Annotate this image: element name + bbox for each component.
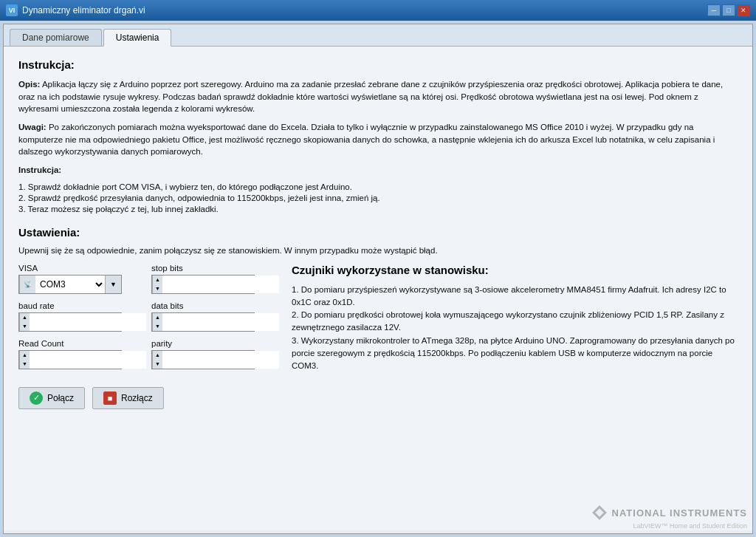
data-bits-btns: ▲ ▼ xyxy=(152,313,162,331)
disconnect-label: Rozłącz xyxy=(121,393,153,403)
row-baudrate-databits: baud rate ▲ ▼ 115200 data bits xyxy=(18,301,269,339)
title-bar: VI Dynamiczny eliminator drgań.vi ─ □ ✕ xyxy=(0,0,756,21)
read-count-input[interactable]: 1000 xyxy=(30,351,146,369)
baud-rate-input[interactable]: 115200 xyxy=(30,313,146,331)
row-visa-stopbits: VISA 📡 COM3 COM1 COM2 COM4 COM5 ▼ xyxy=(18,264,269,301)
content-area: Instrukcja: Opis: Aplikacja łączy się z … xyxy=(4,47,752,530)
visa-select-field[interactable]: 📡 COM3 COM1 COM2 COM4 COM5 ▼ xyxy=(18,275,122,294)
settings-layout: VISA 📡 COM3 COM1 COM2 COM4 COM5 ▼ xyxy=(18,264,738,409)
visa-dropdown-icon[interactable]: ▼ xyxy=(105,276,121,293)
ni-logo-icon xyxy=(591,504,608,521)
instrukcja-sub-label: Instrukcja: xyxy=(18,164,738,177)
opis-paragraph: Opis: Aplikacja łączy się z Arduino popr… xyxy=(18,78,738,115)
opis-text: Aplikacja łączy się z Arduino poprzez po… xyxy=(18,80,723,113)
instrukcja-label: Instrukcja: xyxy=(18,165,61,174)
parity-group: parity ▲ ▼ None xyxy=(151,339,269,369)
ni-brand: NATIONAL INSTRUMENTS xyxy=(612,507,747,519)
window-controls: ─ □ ✕ xyxy=(707,4,750,16)
tab-dane-pomiarowe[interactable]: Dane pomiarowe xyxy=(10,29,102,46)
sensors-panel: Czujniki wykorzystane w stanowisku: 1. D… xyxy=(292,264,738,409)
settings-controls: VISA 📡 COM3 COM1 COM2 COM4 COM5 ▼ xyxy=(18,264,269,409)
disconnect-button[interactable]: ■ Rozłącz xyxy=(92,387,164,409)
baud-rate-down[interactable]: ▼ xyxy=(20,322,30,331)
uwagi-label: Uwagi: xyxy=(18,123,47,131)
ni-edition: LabVIEW™ Home and Student Edition xyxy=(591,522,747,530)
stop-bits-down[interactable]: ▼ xyxy=(153,284,162,293)
ni-footer: NATIONAL INSTRUMENTS LabVIEW™ Home and S… xyxy=(591,504,747,530)
data-bits-up[interactable]: ▲ xyxy=(153,313,162,322)
baud-rate-label: baud rate xyxy=(18,301,137,310)
connect-label: Połącz xyxy=(47,393,74,403)
parity-input[interactable]: None xyxy=(162,351,279,369)
tab-ustawienia[interactable]: Ustawienia xyxy=(103,29,172,47)
disconnect-icon: ■ xyxy=(103,391,117,405)
step-3: 3. Teraz możesz się połączyć z tej, lub … xyxy=(18,205,738,213)
button-row: ✓ Połącz ■ Rozłącz xyxy=(18,387,269,409)
visa-select[interactable]: COM3 COM1 COM2 COM4 COM5 xyxy=(35,276,105,293)
read-count-label: Read Count xyxy=(18,339,137,348)
parity-btns: ▲ ▼ xyxy=(152,351,162,369)
stop-bits-spinner: ▲ ▼ 1.0 xyxy=(151,275,255,294)
app-icon: VI xyxy=(6,4,18,16)
sensors-text: 1. Do pomiaru przyśpieszeń wykorzystywan… xyxy=(292,284,738,373)
uwagi-paragraph: Uwagi: Po zakończonych pomiarach można w… xyxy=(18,121,738,158)
visa-label: VISA xyxy=(18,264,137,273)
read-count-group: Read Count ▲ ▼ 1000 xyxy=(18,339,137,369)
baud-rate-spinner: ▲ ▼ 115200 xyxy=(18,312,122,332)
data-bits-group: data bits ▲ ▼ 8 xyxy=(151,301,269,332)
baud-rate-btns: ▲ ▼ xyxy=(19,313,30,331)
close-button[interactable]: ✕ xyxy=(737,4,750,16)
parity-down[interactable]: ▼ xyxy=(153,360,162,369)
stop-bits-label: stop bits xyxy=(151,264,269,273)
stop-bits-btns: ▲ ▼ xyxy=(152,276,162,293)
data-bits-input[interactable]: 8 xyxy=(162,313,279,331)
connect-icon: ✓ xyxy=(30,391,43,405)
step-2: 2. Sprawdź prędkość przesyłania danych, … xyxy=(18,194,738,202)
stop-bits-up[interactable]: ▲ xyxy=(153,276,162,284)
visa-group: VISA 📡 COM3 COM1 COM2 COM4 COM5 ▼ xyxy=(18,264,137,294)
opis-label: Opis: xyxy=(18,80,40,89)
window-title: Dynamiczny eliminator drgań.vi xyxy=(22,5,707,16)
minimize-button[interactable]: ─ xyxy=(707,4,721,16)
instrukcja-title: Instrukcja: xyxy=(18,58,738,71)
read-count-btns: ▲ ▼ xyxy=(19,351,30,369)
data-bits-label: data bits xyxy=(151,301,269,310)
read-count-down[interactable]: ▼ xyxy=(20,360,30,369)
sensors-title: Czujniki wykorzystane w stanowisku: xyxy=(292,264,738,276)
settings-warning: Upewnij się że są odpowiednie, zanim poł… xyxy=(18,246,738,255)
read-count-up[interactable]: ▲ xyxy=(20,351,30,360)
parity-up[interactable]: ▲ xyxy=(153,351,162,360)
data-bits-spinner: ▲ ▼ 8 xyxy=(151,312,255,332)
main-window: Dane pomiarowe Ustawienia Instrukcja: Op… xyxy=(3,24,753,534)
parity-label: parity xyxy=(151,339,269,348)
parity-spinner: ▲ ▼ None xyxy=(151,350,255,369)
read-count-spinner: ▲ ▼ 1000 xyxy=(18,350,122,369)
baud-rate-up[interactable]: ▲ xyxy=(20,313,30,322)
uwagi-text: Po zakończonych pomiarach można wyekspor… xyxy=(18,123,715,156)
tab-bar: Dane pomiarowe Ustawienia xyxy=(4,24,752,47)
stop-bits-group: stop bits ▲ ▼ 1.0 xyxy=(151,264,269,294)
row-readcount-parity: Read Count ▲ ▼ 1000 parity xyxy=(18,339,269,377)
stop-bits-input[interactable]: 1.0 xyxy=(162,276,279,293)
step-1: 1. Sprawdź dokładnie port COM VISA, i wy… xyxy=(18,182,738,191)
visa-icon: 📡 xyxy=(19,276,35,293)
ustawienia-title: Ustawienia: xyxy=(18,226,738,239)
connect-button[interactable]: ✓ Połącz xyxy=(18,387,85,409)
data-bits-down[interactable]: ▼ xyxy=(153,322,162,331)
maximize-button[interactable]: □ xyxy=(722,4,735,16)
baud-rate-group: baud rate ▲ ▼ 115200 xyxy=(18,301,137,332)
